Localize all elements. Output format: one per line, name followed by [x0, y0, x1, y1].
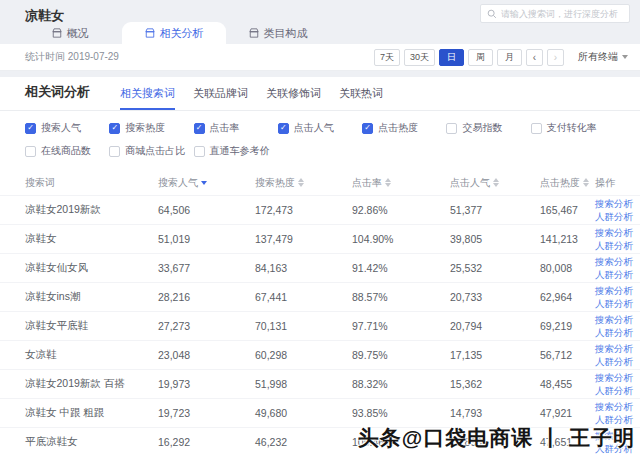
- sort-icon[interactable]: [493, 178, 499, 187]
- stat-time: 统计时间 2019-07-29: [25, 50, 119, 64]
- crowd-analysis-link[interactable]: 人群分析: [595, 326, 640, 339]
- keyword-cell: 平底凉鞋女: [0, 427, 158, 455]
- stat-bar: 统计时间 2019-07-29 7天30天日周月‹›所有终端: [0, 44, 640, 71]
- section-header: 相关词分析 相关搜索词关联品牌词关联修饰词关联热词: [0, 77, 640, 111]
- column-label: 搜索热度: [255, 176, 295, 190]
- crowd-analysis-link[interactable]: 人群分析: [595, 384, 640, 397]
- filter-label: 搜索人气: [41, 121, 81, 135]
- search-analysis-link[interactable]: 搜索分析: [595, 342, 640, 355]
- table-row: 凉鞋女2019新款64,506172,47392.86%51,377165,46…: [0, 195, 640, 224]
- search-analysis-link[interactable]: 搜索分析: [595, 226, 640, 239]
- column-header-5[interactable]: 点击热度: [540, 171, 595, 195]
- checkbox-icon[interactable]: [25, 146, 36, 157]
- date-button-2[interactable]: 日: [439, 49, 464, 66]
- filter-label: 交易指数: [462, 121, 502, 135]
- filter-row1-2[interactable]: 点击率: [194, 121, 278, 135]
- checkbox-icon[interactable]: [446, 123, 457, 134]
- subtab-0[interactable]: 相关搜索词: [120, 86, 175, 110]
- table-header-row: 搜索词搜索人气搜索热度点击率点击人气点击热度操作: [0, 171, 640, 195]
- search_heat-cell: 51,998: [255, 369, 352, 398]
- filter-row1-1[interactable]: 搜索热度: [109, 121, 193, 135]
- crowd-analysis-link[interactable]: 人群分析: [595, 268, 640, 281]
- click_pop-cell: 20,794: [450, 311, 540, 340]
- keyword-cell: 凉鞋女2019新款 百搭: [0, 369, 158, 398]
- checkbox-icon[interactable]: [362, 123, 373, 134]
- sort-icon[interactable]: [385, 178, 391, 187]
- sort-icon[interactable]: [583, 178, 589, 187]
- keyword-table: 搜索词搜索人气搜索热度点击率点击人气点击热度操作 凉鞋女2019新款64,506…: [0, 171, 640, 455]
- filter-label: 商城点击占比: [125, 144, 185, 158]
- search-box[interactable]: [480, 4, 630, 23]
- table-row: 凉鞋女2019新款 百搭19,97351,99888.32%15,36248,4…: [0, 369, 640, 398]
- checkbox-icon[interactable]: [25, 123, 36, 134]
- tab-label: 相关分析: [160, 26, 204, 41]
- search_heat-cell: 84,163: [255, 253, 352, 282]
- subtab-1[interactable]: 关联品牌词: [193, 86, 248, 110]
- filter-row1-4[interactable]: 点击热度: [362, 121, 446, 135]
- date-button-0[interactable]: 7天: [374, 49, 400, 66]
- column-header-2[interactable]: 搜索热度: [255, 171, 352, 195]
- filter-row1-5[interactable]: 交易指数: [446, 121, 530, 135]
- actions-cell: 搜索分析人群分析: [595, 195, 640, 224]
- search_heat-cell: 49,680: [255, 398, 352, 427]
- actions-cell: 搜索分析人群分析: [595, 224, 640, 253]
- column-label: 点击人气: [450, 176, 490, 190]
- subtab-2[interactable]: 关联修饰词: [266, 86, 321, 110]
- filter-row2-0[interactable]: 在线商品数: [25, 144, 109, 158]
- checkbox-icon[interactable]: [278, 123, 289, 134]
- filter-label: 点击率: [210, 121, 240, 135]
- filter-row1-6[interactable]: 支付转化率: [531, 121, 615, 135]
- date-button-4[interactable]: 月: [497, 49, 522, 66]
- date-button-3[interactable]: 周: [468, 49, 493, 66]
- prev-arrow-icon[interactable]: ‹: [526, 49, 543, 66]
- table-row: 凉鞋女 中跟 粗跟19,72349,68093.85%14,79347,921搜…: [0, 398, 640, 427]
- tab-0[interactable]: 概况: [18, 22, 122, 44]
- terminal-dropdown[interactable]: 所有终端: [578, 50, 628, 64]
- search-analysis-link[interactable]: 搜索分析: [595, 284, 640, 297]
- crowd-analysis-link[interactable]: 人群分析: [595, 210, 640, 223]
- search-analysis-link[interactable]: 搜索分析: [595, 313, 640, 326]
- filter-row1-0[interactable]: 搜索人气: [25, 121, 109, 135]
- search-analysis-link[interactable]: 搜索分析: [595, 371, 640, 384]
- filter-row1-3[interactable]: 点击人气: [278, 121, 362, 135]
- click_pop-cell: 39,805: [450, 224, 540, 253]
- search_heat-cell: 172,473: [255, 195, 352, 224]
- filter-row2-1[interactable]: 商城点击占比: [109, 144, 193, 158]
- column-header-4[interactable]: 点击人气: [450, 171, 540, 195]
- checkbox-icon[interactable]: [194, 123, 205, 134]
- checkbox-icon[interactable]: [109, 123, 120, 134]
- column-header-1[interactable]: 搜索人气: [158, 171, 255, 195]
- subtab-3[interactable]: 关联热词: [339, 86, 383, 110]
- search-input[interactable]: [501, 9, 623, 19]
- tab-2[interactable]: 类目构成: [226, 22, 330, 44]
- search_heat-cell: 137,479: [255, 224, 352, 253]
- checkbox-icon[interactable]: [531, 123, 542, 134]
- filter-row2-2[interactable]: 直通车参考价: [194, 144, 278, 158]
- checkbox-icon[interactable]: [109, 146, 120, 157]
- search-analysis-link[interactable]: 搜索分析: [595, 197, 640, 210]
- crowd-analysis-link[interactable]: 人群分析: [595, 355, 640, 368]
- checkbox-icon[interactable]: [194, 146, 205, 157]
- column-header-0: 搜索词: [0, 171, 158, 195]
- date-button-1[interactable]: 30天: [404, 49, 435, 66]
- box-icon: [52, 28, 62, 38]
- keyword-cell: 女凉鞋: [0, 340, 158, 369]
- search_heat-cell: 46,232: [255, 427, 352, 455]
- click_pop-cell: 17,135: [450, 340, 540, 369]
- crowd-analysis-link[interactable]: 人群分析: [595, 239, 640, 252]
- search_pop-cell: 64,506: [158, 195, 255, 224]
- table-row: 凉鞋女仙女风33,67784,16391.42%25,53280,008搜索分析…: [0, 253, 640, 282]
- tab-1[interactable]: 相关分析: [122, 22, 226, 44]
- terminal-label: 所有终端: [578, 50, 618, 64]
- search_heat-cell: 60,298: [255, 340, 352, 369]
- search-analysis-link[interactable]: 搜索分析: [595, 400, 640, 413]
- next-arrow-icon[interactable]: ›: [547, 49, 564, 66]
- filter-label: 点击人气: [294, 121, 334, 135]
- crowd-analysis-link[interactable]: 人群分析: [595, 297, 640, 310]
- column-header-3[interactable]: 点击率: [352, 171, 450, 195]
- sort-desc-icon[interactable]: [201, 181, 207, 185]
- actions-cell: 搜索分析人群分析: [595, 369, 640, 398]
- click_pop-cell: 15,362: [450, 369, 540, 398]
- search-analysis-link[interactable]: 搜索分析: [595, 255, 640, 268]
- sort-icon[interactable]: [298, 178, 304, 187]
